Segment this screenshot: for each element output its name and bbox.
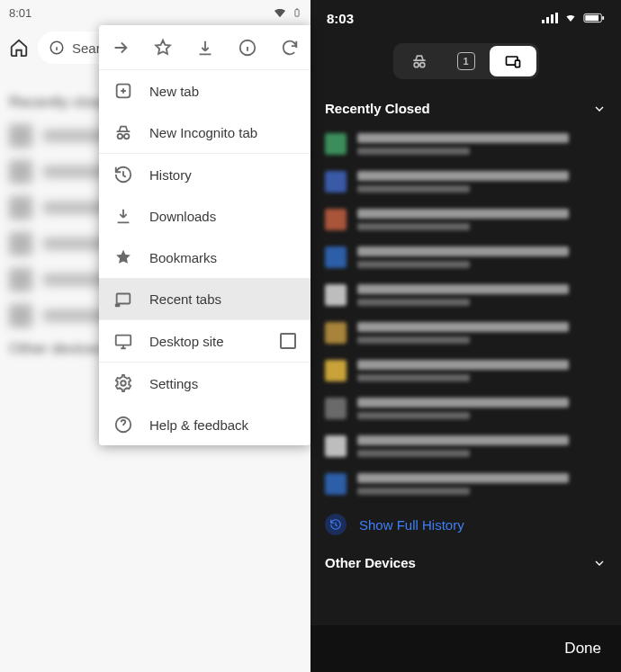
devices-icon — [504, 52, 522, 70]
menu-recent-tabs[interactable]: Recent tabs — [99, 278, 310, 319]
android-pane: 8:01 Search Recently closed Other device… — [0, 0, 310, 672]
svg-rect-23 — [602, 16, 604, 20]
seg-recent-tabs[interactable] — [490, 46, 536, 76]
tab-count: 1 — [457, 52, 475, 70]
ios-status-bar: 8:03 — [310, 0, 621, 36]
desktop-icon — [113, 331, 133, 351]
info-icon — [49, 40, 65, 56]
svg-rect-12 — [115, 304, 120, 308]
menu-label: Settings — [149, 376, 198, 391]
ios-pane: 8:03 1 Recently Closed Show Full His — [310, 0, 621, 672]
menu-settings[interactable]: Settings — [99, 363, 310, 404]
menu-label: History — [149, 167, 192, 183]
menu-label: Help & feedback — [149, 417, 248, 433]
menu-desktop-site[interactable]: Desktop site — [99, 320, 310, 362]
done-bar: Done — [310, 625, 621, 672]
svg-point-24 — [414, 63, 418, 67]
menu-history[interactable]: History — [99, 154, 310, 195]
ios-time: 8:03 — [327, 11, 354, 26]
menu-label: Recent tabs — [149, 291, 221, 307]
history-label: Show Full History — [359, 517, 464, 533]
svg-point-14 — [121, 381, 126, 386]
wifi-icon — [273, 5, 287, 20]
recently-closed-list — [310, 125, 621, 503]
star-icon[interactable] — [153, 38, 173, 58]
battery-icon — [292, 5, 302, 20]
svg-rect-27 — [515, 60, 519, 67]
history-icon — [113, 165, 133, 184]
svg-rect-0 — [295, 10, 299, 17]
svg-point-9 — [118, 134, 123, 139]
list-item[interactable] — [310, 427, 621, 465]
recent-tabs-icon — [113, 289, 133, 309]
help-icon — [113, 415, 133, 435]
menu-label: Downloads — [149, 209, 216, 224]
menu-incognito[interactable]: New Incognito tab — [99, 112, 310, 153]
forward-icon[interactable] — [111, 38, 130, 58]
menu-new-tab[interactable]: New tab — [99, 70, 310, 112]
svg-rect-18 — [546, 17, 549, 23]
done-button[interactable]: Done — [564, 640, 601, 658]
list-item[interactable] — [310, 238, 621, 276]
seg-tabs[interactable]: 1 — [443, 46, 490, 76]
android-status-bar: 8:01 — [0, 0, 310, 25]
svg-point-10 — [124, 134, 130, 139]
list-item[interactable] — [310, 125, 621, 163]
svg-rect-22 — [585, 15, 598, 21]
svg-rect-13 — [116, 336, 131, 345]
incognito-icon — [113, 122, 133, 142]
refresh-icon[interactable] — [280, 38, 300, 58]
wifi-icon — [563, 13, 578, 23]
svg-rect-19 — [551, 14, 554, 23]
segmented-control: 1 — [310, 36, 621, 92]
list-item[interactable] — [310, 276, 621, 314]
overflow-menu: New tab New Incognito tab History Downlo… — [99, 25, 310, 445]
list-item[interactable] — [310, 163, 621, 201]
bookmarks-star-icon — [113, 247, 133, 267]
menu-label: Bookmarks — [149, 250, 217, 265]
svg-point-25 — [419, 63, 424, 67]
plus-box-icon — [113, 81, 133, 101]
svg-rect-11 — [117, 294, 130, 304]
section-label: Other Devices — [325, 555, 416, 570]
history-icon-circle — [325, 514, 346, 535]
menu-downloads[interactable]: Downloads — [99, 195, 310, 237]
signal-icon — [542, 13, 558, 23]
list-item[interactable] — [310, 314, 621, 352]
other-devices-header[interactable]: Other Devices — [310, 546, 621, 579]
gear-icon — [113, 373, 133, 393]
list-item[interactable] — [310, 201, 621, 238]
downloads-icon — [113, 206, 133, 226]
seg-incognito[interactable] — [396, 46, 443, 76]
download-icon[interactable] — [195, 38, 215, 58]
svg-rect-17 — [542, 20, 544, 23]
list-item[interactable] — [310, 352, 621, 390]
recently-closed-header[interactable]: Recently Closed — [310, 92, 621, 125]
list-item[interactable] — [310, 390, 621, 427]
history-icon — [329, 518, 342, 531]
section-label: Recently Closed — [325, 101, 430, 116]
chevron-down-icon — [592, 102, 607, 116]
incognito-icon — [410, 52, 428, 70]
menu-bookmarks[interactable]: Bookmarks — [99, 237, 310, 278]
menu-label: New tab — [149, 84, 199, 99]
show-full-history[interactable]: Show Full History — [310, 503, 621, 546]
menu-label: Desktop site — [149, 334, 224, 349]
menu-label: New Incognito tab — [149, 125, 257, 140]
chevron-down-icon — [592, 556, 607, 570]
battery-icon — [583, 13, 605, 23]
info-icon[interactable] — [238, 38, 257, 58]
desktop-checkbox[interactable] — [280, 333, 296, 349]
android-time: 8:01 — [9, 6, 32, 20]
list-item[interactable] — [310, 465, 621, 503]
svg-rect-20 — [555, 13, 558, 23]
home-icon[interactable] — [9, 38, 29, 58]
menu-help[interactable]: Help & feedback — [99, 404, 310, 445]
